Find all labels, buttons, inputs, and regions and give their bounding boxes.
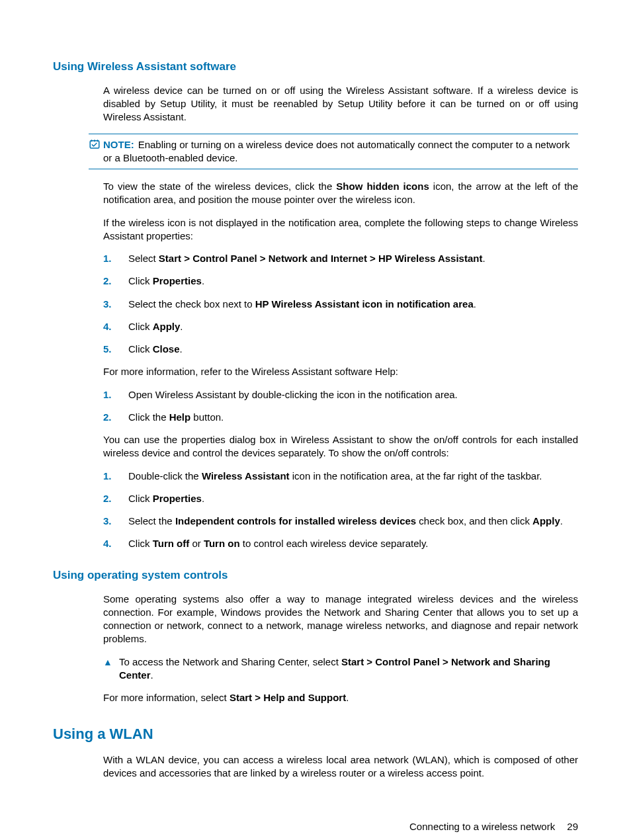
bold-fragment: Independent controls for installed wirel… bbox=[175, 515, 416, 526]
text-fragment: icon in the notification area, at the fa… bbox=[290, 470, 542, 482]
text-fragment: . bbox=[202, 493, 204, 504]
text-fragment: button. bbox=[190, 411, 224, 423]
bold-fragment: Apply bbox=[153, 321, 181, 332]
text-fragment: Click the bbox=[128, 411, 169, 423]
para-wa-intro: A wireless device can be turned on or of… bbox=[53, 84, 578, 124]
para-show-hidden: To view the state of the wireless device… bbox=[53, 180, 578, 207]
bold-fragment: Help bbox=[169, 411, 191, 423]
bold-fragment: Start > Help and Support bbox=[230, 692, 346, 703]
text-fragment: Click bbox=[128, 343, 153, 355]
bold-fragment: Turn off bbox=[153, 538, 190, 549]
text-fragment: Double-click the bbox=[128, 470, 202, 482]
text-fragment: Click bbox=[128, 275, 153, 286]
list-item: Click Turn off or Turn on to control eac… bbox=[103, 537, 578, 550]
bold-fragment: Start > Control Panel > Network and Inte… bbox=[159, 253, 483, 264]
steps-list-3: Double-click the Wireless Assistant icon… bbox=[53, 470, 578, 551]
list-item: Click Apply. bbox=[103, 320, 578, 333]
text-fragment: Select the check box next to bbox=[128, 298, 255, 310]
text-fragment: . bbox=[474, 298, 476, 310]
list-item: Click the Help button. bbox=[103, 411, 578, 424]
text-fragment: to control each wireless device separate… bbox=[240, 538, 429, 549]
para-onoff-intro: You can use the properties dialog box in… bbox=[53, 433, 578, 460]
footer-section-title: Connecting to a wireless network bbox=[409, 821, 555, 832]
note-icon bbox=[89, 138, 103, 150]
list-item: Double-click the Wireless Assistant icon… bbox=[103, 470, 578, 483]
triangle-bullet: ▲ To access the Network and Sharing Cent… bbox=[53, 655, 578, 683]
text-fragment: . bbox=[180, 321, 183, 332]
text-fragment: For more information, select bbox=[103, 692, 230, 703]
note-text: NOTE:Enabling or turning on a wireless d… bbox=[103, 138, 578, 165]
footer-page-number: 29 bbox=[567, 821, 578, 832]
bold-fragment: Properties bbox=[153, 275, 202, 286]
para-os-intro: Some operating systems also offer a way … bbox=[53, 593, 578, 646]
para-wlan-intro: With a WLAN device, you can access a wir… bbox=[53, 753, 578, 780]
bold-fragment: Close bbox=[153, 343, 180, 355]
page-footer: Connecting to a wireless network 29 bbox=[53, 820, 578, 833]
text-fragment: Click bbox=[128, 538, 153, 549]
para-help-intro: For more information, refer to the Wirel… bbox=[53, 365, 578, 378]
note-box: NOTE:Enabling or turning on a wireless d… bbox=[89, 134, 578, 170]
text-fragment: . bbox=[180, 343, 183, 355]
steps-list-2: Open Wireless Assistant by double-clicki… bbox=[53, 388, 578, 425]
text-fragment: To view the state of the wireless device… bbox=[103, 181, 336, 192]
steps-list-1: Select Start > Control Panel > Network a… bbox=[53, 252, 578, 356]
para-steps-intro: If the wireless icon is not displayed in… bbox=[53, 216, 578, 243]
list-item: Click Properties. bbox=[103, 274, 578, 288]
text-fragment: Click bbox=[128, 321, 153, 332]
text-fragment: Select bbox=[128, 253, 159, 264]
triangle-icon: ▲ bbox=[103, 655, 119, 669]
bold-fragment: Show hidden icons bbox=[336, 181, 429, 192]
text-fragment: . bbox=[202, 275, 204, 286]
text-fragment: Select the bbox=[128, 515, 175, 526]
text-fragment: . bbox=[482, 253, 485, 264]
text-fragment: check box, and then click bbox=[416, 515, 532, 526]
text-fragment: Click bbox=[128, 493, 153, 504]
bold-fragment: Properties bbox=[153, 493, 202, 504]
text-fragment: . bbox=[346, 692, 349, 703]
bold-fragment: HP Wireless Assistant icon in notificati… bbox=[255, 298, 474, 310]
text-fragment: . bbox=[151, 669, 153, 681]
list-item: Open Wireless Assistant by double-clicki… bbox=[103, 388, 578, 401]
bold-fragment: Turn on bbox=[204, 538, 240, 549]
para-more-info: For more information, select Start > Hel… bbox=[53, 691, 578, 704]
list-item: Click Close. bbox=[103, 343, 578, 356]
list-item: Select the Independent controls for inst… bbox=[103, 515, 578, 528]
bold-fragment: Wireless Assistant bbox=[202, 470, 290, 482]
text-fragment: To access the Network and Sharing Center… bbox=[119, 656, 341, 667]
bold-fragment: Apply bbox=[532, 515, 560, 526]
svg-rect-0 bbox=[90, 140, 99, 147]
bullet-text: To access the Network and Sharing Center… bbox=[119, 655, 578, 683]
heading-using-wlan: Using a WLAN bbox=[53, 724, 578, 744]
text-fragment: or bbox=[189, 538, 204, 549]
note-body: Enabling or turning on a wireless device… bbox=[103, 139, 570, 163]
text-fragment: . bbox=[560, 515, 563, 526]
list-item: Select the check box next to HP Wireless… bbox=[103, 298, 578, 311]
heading-wireless-assistant: Using Wireless Assistant software bbox=[53, 60, 578, 75]
heading-os-controls: Using operating system controls bbox=[53, 568, 578, 583]
note-label: NOTE: bbox=[103, 139, 134, 150]
list-item: Select Start > Control Panel > Network a… bbox=[103, 252, 578, 265]
list-item: Click Properties. bbox=[103, 492, 578, 505]
